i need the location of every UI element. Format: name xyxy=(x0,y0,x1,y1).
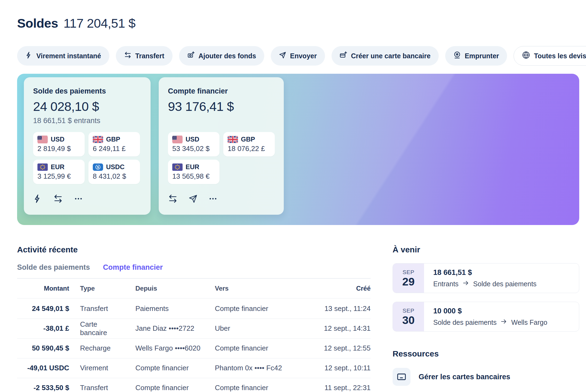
transfer-button[interactable]: Transfert xyxy=(116,46,173,66)
action-bar: Virement instantané Transfert Ajouter de… xyxy=(17,46,579,66)
column-cree: Créé xyxy=(305,285,371,292)
send-icon xyxy=(279,52,286,60)
table-row[interactable]: 50 590,45 $ Recharge Wells Fargo ••••602… xyxy=(17,339,371,358)
card-title: Compte financier xyxy=(168,86,275,96)
arrow-right-icon xyxy=(500,318,507,327)
page-title: Soldes xyxy=(17,16,58,31)
table-row[interactable]: 24 549,01 $ Transfert Paiements Compte f… xyxy=(17,299,371,319)
row-amount: -49,01 USDC xyxy=(17,364,69,372)
row-from: Wells Fargo ••••6020 xyxy=(135,344,204,352)
balances-banner: Solde des paiements 24 028,10 $ 18 661,5… xyxy=(17,74,579,225)
table-row[interactable]: -2 533,50 $ Transfert Compte financier C… xyxy=(17,378,371,392)
card-amount: 93 176,41 $ xyxy=(168,99,275,114)
row-amount: -38,01 £ xyxy=(17,324,69,333)
row-amount: -2 533,50 $ xyxy=(17,384,69,392)
row-to: Compte financier xyxy=(215,344,305,352)
card-title: Solde des paiements xyxy=(33,86,141,96)
date-badge: SEP 29 xyxy=(393,264,424,293)
table-header: Montant Type Depuis Vers Créé xyxy=(17,279,371,298)
route-from: Entrants xyxy=(433,280,458,288)
recent-activity-section: Activité récente Solde des paiements Com… xyxy=(17,245,371,392)
currency-amount: 6 249,11 £ xyxy=(93,144,136,153)
action-label: Envoyer xyxy=(290,52,317,60)
currency-chip-usd[interactable]: USD 53 345,02 $ xyxy=(168,132,219,156)
add-funds-icon xyxy=(187,51,195,60)
upcoming-title: À venir xyxy=(393,245,579,255)
activity-tabs: Solde des paiements Compte financier xyxy=(17,263,371,272)
financial-account-card[interactable]: Compte financier 93 176,41 $ USD 53 345,… xyxy=(159,77,284,215)
transfer-arrows-icon xyxy=(168,194,178,204)
tab-payments-balance[interactable]: Solde des paiements xyxy=(17,263,90,272)
lightning-icon xyxy=(25,52,33,60)
more-options-button[interactable] xyxy=(74,194,83,204)
row-to: Compte financier xyxy=(215,304,305,313)
payments-balance-card[interactable]: Solde des paiements 24 028,10 $ 18 661,5… xyxy=(24,77,151,215)
row-created: 12 sept., 12:55 xyxy=(305,344,371,352)
date-day: 29 xyxy=(402,276,415,287)
recent-activity-title: Activité récente xyxy=(17,245,371,255)
currency-amount: 3 125,99 € xyxy=(37,172,80,181)
date-badge: SEP 30 xyxy=(393,302,424,331)
currency-chip-usdc[interactable]: $ USDC 8 431,02 $ xyxy=(88,160,140,184)
currency-chip-eur[interactable]: EUR 13 565,98 € xyxy=(168,160,219,184)
currency-filter-dropdown[interactable]: Toutes les devises xyxy=(514,46,586,66)
row-type: Virement xyxy=(80,364,125,372)
row-type: Transfert xyxy=(80,384,125,392)
transfer-icon-button[interactable] xyxy=(53,194,63,204)
send-button[interactable]: Envoyer xyxy=(271,46,325,66)
table-row[interactable]: -49,01 USDC Virement Compte financier Ph… xyxy=(17,358,371,378)
manage-cards-link[interactable]: Gérer les cartes bancaires xyxy=(393,368,579,386)
row-created: 11 sept., 22:31 xyxy=(305,384,371,392)
card-subtitle xyxy=(168,116,275,125)
more-options-button[interactable] xyxy=(208,194,218,204)
row-from: Compte financier xyxy=(135,364,204,372)
table-row[interactable]: -38,01 £ Carte bancaire Jane Diaz ••••27… xyxy=(17,319,371,339)
currency-amount: 18 076,22 £ xyxy=(228,144,270,153)
currency-code: EUR xyxy=(186,163,199,171)
route-to: Solde des paiements xyxy=(473,280,536,288)
upcoming-item[interactable]: SEP 29 18 661,51 $ Entrants Solde des pa… xyxy=(393,263,579,293)
upcoming-amount: 18 661,51 $ xyxy=(433,268,537,277)
transfer-icon-button[interactable] xyxy=(168,194,178,204)
action-label: Emprunter xyxy=(465,52,499,60)
currency-chip-usd[interactable]: USD 2 819,49 $ xyxy=(33,132,85,156)
route-to: Wells Fargo xyxy=(511,319,547,326)
currency-amount: 53 345,02 $ xyxy=(172,144,215,153)
action-label: Transfert xyxy=(135,52,164,60)
card-amount: 24 028,10 $ xyxy=(33,99,141,114)
row-from: Paiements xyxy=(135,304,204,313)
currency-code: EUR xyxy=(51,163,65,171)
row-created: 12 sept., 14:31 xyxy=(305,324,371,333)
resource-label: Gérer les cartes bancaires xyxy=(419,373,510,381)
eu-flag-icon xyxy=(37,163,48,171)
arrow-right-icon xyxy=(462,279,469,288)
currency-chips: USD 2 819,49 $ GBP 6 249,11 £ EUR xyxy=(33,132,141,184)
add-funds-button[interactable]: Ajouter des fonds xyxy=(179,46,265,66)
instant-payout-button[interactable]: Virement instantané xyxy=(17,46,109,66)
currency-chip-gbp[interactable]: GBP 6 249,11 £ xyxy=(88,132,140,156)
action-label: Virement instantané xyxy=(36,52,101,60)
row-to: Compte financier xyxy=(215,384,305,392)
currency-chip-eur[interactable]: EUR 3 125,99 € xyxy=(33,160,85,184)
instant-payout-icon-button[interactable] xyxy=(33,194,42,204)
date-day: 30 xyxy=(402,314,415,326)
row-to: Uber xyxy=(215,324,305,333)
currency-code: USDC xyxy=(106,163,125,171)
currency-amount: 13 565,98 € xyxy=(172,172,215,181)
borrow-button[interactable]: Emprunter xyxy=(445,46,507,66)
send-icon-button[interactable] xyxy=(189,194,198,204)
svg-text:$: $ xyxy=(97,165,99,169)
currency-code: USD xyxy=(186,136,199,143)
action-label: Créer une carte bancaire xyxy=(351,52,431,60)
currency-chips: USD 53 345,02 $ GBP 18 076,22 £ EUR xyxy=(168,132,275,184)
upcoming-item[interactable]: SEP 30 10 000 $ Solde des paiements Well… xyxy=(393,302,579,332)
currency-amount: 2 819,49 $ xyxy=(37,144,80,153)
row-type: Transfert xyxy=(80,304,125,313)
column-vers: Vers xyxy=(215,285,305,292)
currency-code: GBP xyxy=(106,136,120,143)
create-card-button[interactable]: Créer une carte bancaire xyxy=(332,46,439,66)
column-depuis: Depuis xyxy=(135,285,204,292)
tab-financial-account[interactable]: Compte financier xyxy=(103,263,163,272)
currency-chip-gbp[interactable]: GBP 18 076,22 £ xyxy=(223,132,275,156)
currency-code: GBP xyxy=(241,136,255,143)
